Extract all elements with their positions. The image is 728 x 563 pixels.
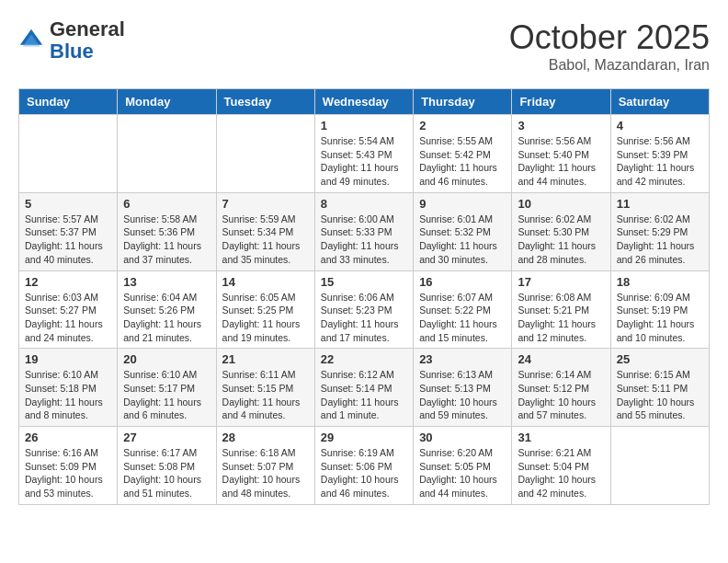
calendar-cell: 14Sunrise: 6:05 AM Sunset: 5:25 PM Dayli…: [216, 270, 314, 349]
day-info: Sunrise: 6:05 AM Sunset: 5:25 PM Dayligh…: [222, 291, 309, 345]
day-info: Sunrise: 5:59 AM Sunset: 5:34 PM Dayligh…: [222, 213, 309, 267]
calendar-cell: 11Sunrise: 6:02 AM Sunset: 5:29 PM Dayli…: [610, 192, 709, 270]
day-info: Sunrise: 6:04 AM Sunset: 5:26 PM Dayligh…: [123, 291, 210, 345]
week-row-3: 12Sunrise: 6:03 AM Sunset: 5:27 PM Dayli…: [19, 270, 710, 349]
day-number: 4: [617, 119, 703, 132]
day-number: 12: [25, 275, 111, 289]
week-row-5: 26Sunrise: 6:16 AM Sunset: 5:09 PM Dayli…: [19, 427, 710, 505]
title-block: October 2025 Babol, Mazandaran, Iran: [509, 18, 710, 74]
day-number: 17: [518, 275, 604, 289]
day-info: Sunrise: 6:01 AM Sunset: 5:32 PM Dayligh…: [419, 213, 506, 267]
calendar-cell: 23Sunrise: 6:13 AM Sunset: 5:13 PM Dayli…: [414, 349, 512, 427]
calendar-cell: 18Sunrise: 6:09 AM Sunset: 5:19 PM Dayli…: [610, 270, 709, 349]
calendar-cell: 30Sunrise: 6:20 AM Sunset: 5:05 PM Dayli…: [414, 427, 512, 505]
day-info: Sunrise: 6:08 AM Sunset: 5:21 PM Dayligh…: [518, 291, 604, 345]
month-title: October 2025: [509, 18, 710, 57]
day-number: 10: [518, 197, 604, 211]
day-info: Sunrise: 6:12 AM Sunset: 5:14 PM Dayligh…: [321, 368, 407, 422]
day-info: Sunrise: 6:19 AM Sunset: 5:06 PM Dayligh…: [321, 446, 407, 500]
day-number: 9: [419, 197, 506, 211]
weekday-header-row: SundayMondayTuesdayWednesdayThursdayFrid…: [19, 89, 710, 115]
calendar-cell: [610, 427, 709, 505]
day-info: Sunrise: 6:02 AM Sunset: 5:30 PM Dayligh…: [518, 213, 604, 267]
page-header: General Blue October 2025 Babol, Mazanda…: [18, 18, 710, 74]
weekday-header-sunday: Sunday: [19, 89, 118, 115]
calendar-cell: 3Sunrise: 5:56 AM Sunset: 5:40 PM Daylig…: [512, 115, 610, 193]
week-row-4: 19Sunrise: 6:10 AM Sunset: 5:18 PM Dayli…: [19, 349, 710, 427]
day-number: 20: [123, 352, 210, 366]
day-number: 1: [321, 119, 407, 132]
day-info: Sunrise: 5:56 AM Sunset: 5:40 PM Dayligh…: [518, 134, 604, 189]
calendar-cell: 16Sunrise: 6:07 AM Sunset: 5:22 PM Dayli…: [414, 270, 512, 349]
day-number: 23: [419, 352, 506, 366]
logo-general-text: General: [50, 17, 125, 40]
day-info: Sunrise: 6:00 AM Sunset: 5:33 PM Dayligh…: [321, 213, 407, 267]
calendar-cell: 4Sunrise: 5:56 AM Sunset: 5:39 PM Daylig…: [610, 115, 709, 193]
calendar-cell: 28Sunrise: 6:18 AM Sunset: 5:07 PM Dayli…: [216, 427, 314, 505]
day-number: 13: [123, 275, 210, 289]
day-number: 24: [518, 352, 604, 366]
calendar-cell: 19Sunrise: 6:10 AM Sunset: 5:18 PM Dayli…: [19, 349, 118, 427]
calendar-cell: 27Sunrise: 6:17 AM Sunset: 5:08 PM Dayli…: [118, 427, 216, 505]
day-number: 6: [123, 197, 210, 211]
weekday-header-friday: Friday: [512, 89, 610, 115]
week-row-1: 1Sunrise: 5:54 AM Sunset: 5:43 PM Daylig…: [19, 115, 710, 193]
day-number: 26: [25, 431, 111, 444]
day-info: Sunrise: 5:57 AM Sunset: 5:37 PM Dayligh…: [25, 213, 111, 267]
calendar-cell: [216, 115, 314, 193]
day-number: 16: [419, 275, 506, 289]
calendar-cell: 1Sunrise: 5:54 AM Sunset: 5:43 PM Daylig…: [314, 115, 413, 193]
calendar-cell: 9Sunrise: 6:01 AM Sunset: 5:32 PM Daylig…: [414, 192, 512, 270]
calendar-cell: 6Sunrise: 5:58 AM Sunset: 5:36 PM Daylig…: [118, 192, 216, 270]
calendar-cell: 22Sunrise: 6:12 AM Sunset: 5:14 PM Dayli…: [314, 349, 413, 427]
day-info: Sunrise: 5:56 AM Sunset: 5:39 PM Dayligh…: [617, 134, 703, 189]
calendar-cell: 15Sunrise: 6:06 AM Sunset: 5:23 PM Dayli…: [314, 270, 413, 349]
day-info: Sunrise: 5:54 AM Sunset: 5:43 PM Dayligh…: [321, 134, 407, 189]
day-info: Sunrise: 6:03 AM Sunset: 5:27 PM Dayligh…: [25, 291, 111, 345]
day-number: 29: [321, 431, 407, 444]
day-info: Sunrise: 6:17 AM Sunset: 5:08 PM Dayligh…: [123, 446, 210, 500]
calendar-cell: 26Sunrise: 6:16 AM Sunset: 5:09 PM Dayli…: [19, 427, 118, 505]
day-number: 18: [617, 275, 703, 289]
day-number: 28: [222, 431, 309, 444]
calendar-cell: 7Sunrise: 5:59 AM Sunset: 5:34 PM Daylig…: [216, 192, 314, 270]
calendar-cell: 10Sunrise: 6:02 AM Sunset: 5:30 PM Dayli…: [512, 192, 610, 270]
day-number: 3: [518, 119, 604, 132]
calendar-cell: 5Sunrise: 5:57 AM Sunset: 5:37 PM Daylig…: [19, 192, 118, 270]
calendar-cell: 12Sunrise: 6:03 AM Sunset: 5:27 PM Dayli…: [19, 270, 118, 349]
calendar-cell: 20Sunrise: 6:10 AM Sunset: 5:17 PM Dayli…: [118, 349, 216, 427]
day-number: 5: [25, 197, 111, 211]
day-number: 25: [617, 352, 703, 366]
day-info: Sunrise: 6:11 AM Sunset: 5:15 PM Dayligh…: [222, 368, 309, 422]
calendar-cell: 29Sunrise: 6:19 AM Sunset: 5:06 PM Dayli…: [314, 427, 413, 505]
day-info: Sunrise: 6:15 AM Sunset: 5:11 PM Dayligh…: [617, 368, 703, 422]
day-number: 22: [321, 352, 407, 366]
calendar-cell: 31Sunrise: 6:21 AM Sunset: 5:04 PM Dayli…: [512, 427, 610, 505]
day-info: Sunrise: 6:09 AM Sunset: 5:19 PM Dayligh…: [617, 291, 703, 345]
day-number: 31: [518, 431, 604, 444]
day-info: Sunrise: 6:06 AM Sunset: 5:23 PM Dayligh…: [321, 291, 407, 345]
day-number: 27: [123, 431, 210, 444]
day-info: Sunrise: 5:58 AM Sunset: 5:36 PM Dayligh…: [123, 213, 210, 267]
calendar-cell: 2Sunrise: 5:55 AM Sunset: 5:42 PM Daylig…: [414, 115, 512, 193]
day-info: Sunrise: 6:10 AM Sunset: 5:18 PM Dayligh…: [25, 368, 111, 422]
day-number: 8: [321, 197, 407, 211]
calendar-cell: 25Sunrise: 6:15 AM Sunset: 5:11 PM Dayli…: [610, 349, 709, 427]
calendar-cell: [19, 115, 118, 193]
day-info: Sunrise: 5:55 AM Sunset: 5:42 PM Dayligh…: [419, 134, 506, 189]
weekday-header-tuesday: Tuesday: [216, 89, 314, 115]
day-number: 2: [419, 119, 506, 132]
day-info: Sunrise: 6:10 AM Sunset: 5:17 PM Dayligh…: [123, 368, 210, 422]
day-info: Sunrise: 6:16 AM Sunset: 5:09 PM Dayligh…: [25, 446, 111, 500]
day-number: 30: [419, 431, 506, 444]
location-text: Babol, Mazandaran, Iran: [509, 57, 710, 74]
calendar-cell: 21Sunrise: 6:11 AM Sunset: 5:15 PM Dayli…: [216, 349, 314, 427]
weekday-header-saturday: Saturday: [610, 89, 709, 115]
day-info: Sunrise: 6:13 AM Sunset: 5:13 PM Dayligh…: [419, 368, 506, 422]
day-number: 7: [222, 197, 309, 211]
day-number: 11: [617, 197, 703, 211]
calendar-table: SundayMondayTuesdayWednesdayThursdayFrid…: [18, 88, 710, 505]
calendar-cell: 13Sunrise: 6:04 AM Sunset: 5:26 PM Dayli…: [118, 270, 216, 349]
day-number: 19: [25, 352, 111, 366]
calendar-cell: 24Sunrise: 6:14 AM Sunset: 5:12 PM Dayli…: [512, 349, 610, 427]
